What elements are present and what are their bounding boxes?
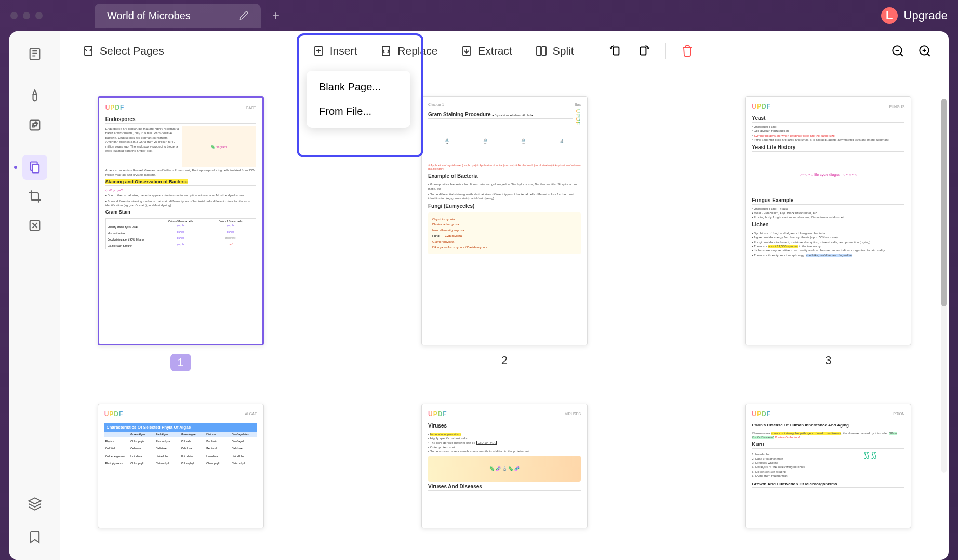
- section-title: Prion's Disease Of Human Inheritance And…: [752, 423, 904, 429]
- document-tab[interactable]: World of Microbes: [95, 4, 261, 28]
- section-title: Growth And Cultivation Of Microorganisms: [752, 482, 904, 488]
- sidebar-highlight-tool[interactable]: [22, 84, 47, 109]
- tab-bar: World of Microbes +: [95, 4, 287, 28]
- insert-label: Insert: [330, 45, 357, 57]
- replace-button[interactable]: Replace: [370, 39, 447, 62]
- avatar-letter: L: [886, 9, 893, 22]
- page-thumbnail-3[interactable]: UPDF FUNGUS Yeast • Unicellular Fungi• C…: [745, 96, 911, 345]
- page-thumbnail-4[interactable]: UPDF ALGAE Characteristics Of Selected P…: [98, 404, 264, 528]
- page-category: VIRUSES: [565, 412, 581, 416]
- maximize-window-button[interactable]: [35, 12, 43, 19]
- add-tab-button[interactable]: +: [265, 4, 287, 27]
- section-title: Characteristics Of Selected Phyla Of Alg…: [104, 423, 257, 432]
- close-window-button[interactable]: [10, 12, 18, 19]
- page-thumb-wrapper: UPDF BACT Endospores Endospores are cons…: [98, 96, 264, 379]
- sidebar-crop-tool[interactable]: [22, 184, 47, 209]
- section-title: Example of Bacteria: [428, 173, 581, 180]
- section-title: Endospores: [105, 116, 256, 124]
- sidebar-layers[interactable]: [22, 491, 47, 516]
- page-number: 1: [170, 354, 191, 371]
- page-thumbnail-2[interactable]: Chapter 1 Bac UPDF Gram Staining Procedu…: [421, 96, 588, 345]
- svg-rect-10: [542, 47, 546, 55]
- page-thumbnail-6[interactable]: UPDF PRION Prion's Disease Of Human Inhe…: [745, 404, 911, 528]
- split-button[interactable]: Split: [526, 39, 583, 62]
- content-area: Select Pages Insert Replace Extract Spli…: [60, 31, 949, 560]
- scrollbar-track[interactable]: [941, 99, 947, 473]
- page-thumb-wrapper: UPDF PRION Prion's Disease Of Human Inhe…: [745, 404, 911, 536]
- sidebar-edit-tool[interactable]: [22, 113, 47, 138]
- svg-rect-9: [537, 47, 541, 55]
- delete-button[interactable]: [676, 39, 699, 62]
- zoom-in-button[interactable]: [913, 39, 936, 62]
- svg-rect-3: [32, 164, 39, 172]
- divider: [665, 43, 666, 59]
- sidebar: [9, 31, 60, 560]
- page-thumbnail-5[interactable]: UPDF VIRUSES Viruses • Intracellular par…: [421, 404, 588, 528]
- minimize-window-button[interactable]: [23, 12, 30, 19]
- edit-tab-icon[interactable]: [239, 11, 248, 20]
- section-title: Gram Stain: [105, 209, 256, 216]
- sidebar-stamp-tool[interactable]: [22, 213, 47, 238]
- page-category: Bac: [575, 103, 581, 106]
- section-title: Fungus Example: [752, 197, 904, 205]
- upgrade-button[interactable]: Upgrade: [904, 9, 948, 22]
- svg-rect-1: [30, 121, 40, 130]
- updf-logo: UPDF: [575, 109, 581, 125]
- zoom-out-button[interactable]: [886, 39, 909, 62]
- updf-logo: UPDF: [752, 103, 771, 110]
- page-category: PRION: [893, 412, 904, 416]
- select-pages-button[interactable]: Select Pages: [73, 39, 174, 62]
- toolbar: Select Pages Insert Replace Extract Spli…: [60, 31, 949, 71]
- updf-logo: UPDF: [428, 410, 447, 418]
- svg-rect-11: [613, 47, 619, 55]
- chapter-label: Chapter 1: [428, 103, 444, 106]
- user-avatar[interactable]: L: [881, 7, 898, 24]
- extract-button[interactable]: Extract: [451, 39, 521, 62]
- scrollbar-thumb[interactable]: [941, 99, 947, 306]
- page-category: FUNGUS: [889, 105, 905, 109]
- replace-label: Replace: [397, 45, 437, 57]
- insert-from-file[interactable]: From File...: [311, 99, 406, 124]
- from-file-label: From File...: [319, 105, 371, 117]
- section-title: Staining and Observation of Bacteria: [105, 179, 188, 184]
- section-title: Kuru: [752, 442, 904, 449]
- page-thumbnail-1[interactable]: UPDF BACT Endospores Endospores are cons…: [98, 96, 264, 345]
- section-title: Lichen: [752, 222, 904, 229]
- extract-label: Extract: [478, 45, 512, 57]
- section-title: Viruses: [428, 423, 581, 430]
- svg-rect-5: [85, 46, 92, 56]
- sidebar-reader-mode[interactable]: [22, 42, 47, 66]
- rotate-right-button[interactable]: [632, 39, 655, 62]
- select-pages-label: Select Pages: [100, 45, 164, 57]
- insert-blank-page[interactable]: Blank Page...: [311, 75, 406, 99]
- thumbnails-grid: UPDF BACT Endospores Endospores are cons…: [60, 71, 949, 560]
- section-text: • Due to their small size, bacteria appe…: [105, 193, 256, 197]
- section-text: • Some differential staining methods tha…: [105, 199, 256, 208]
- divider: [30, 75, 40, 75]
- divider: [184, 43, 184, 59]
- section-title: Yeast: [752, 115, 904, 123]
- updf-logo: UPDF: [752, 410, 771, 418]
- traffic-lights: [10, 12, 43, 19]
- rotate-left-button[interactable]: [605, 39, 628, 62]
- split-label: Split: [553, 45, 574, 57]
- section-title: Fungi (Eumycetes): [428, 203, 581, 210]
- updf-logo: UPDF: [105, 104, 125, 111]
- insert-button[interactable]: Insert: [303, 39, 367, 62]
- page-number: 3: [825, 354, 831, 367]
- svg-rect-0: [30, 49, 40, 60]
- annotation: ◇ Why dye?: [105, 188, 256, 192]
- section-text: Endospores are constructs that are highl…: [105, 127, 180, 166]
- section-text: American scientists Russell Vreeland and…: [105, 168, 256, 177]
- window-chrome: World of Microbes + L Upgrade: [0, 0, 958, 31]
- tab-title: World of Microbes: [107, 10, 191, 22]
- upgrade-section: L Upgrade: [881, 7, 948, 24]
- page-number: 2: [501, 354, 508, 367]
- page-thumb-wrapper: Chapter 1 Bac UPDF Gram Staining Procedu…: [421, 96, 588, 379]
- page-category: BACT: [246, 106, 256, 110]
- svg-rect-12: [640, 47, 646, 55]
- sidebar-bookmark[interactable]: [22, 525, 47, 550]
- section-title: Gram Staining Procedure ■ Crystal violet…: [428, 112, 581, 119]
- sidebar-page-organize[interactable]: [22, 155, 47, 180]
- main-container: Select Pages Insert Replace Extract Spli…: [9, 31, 949, 560]
